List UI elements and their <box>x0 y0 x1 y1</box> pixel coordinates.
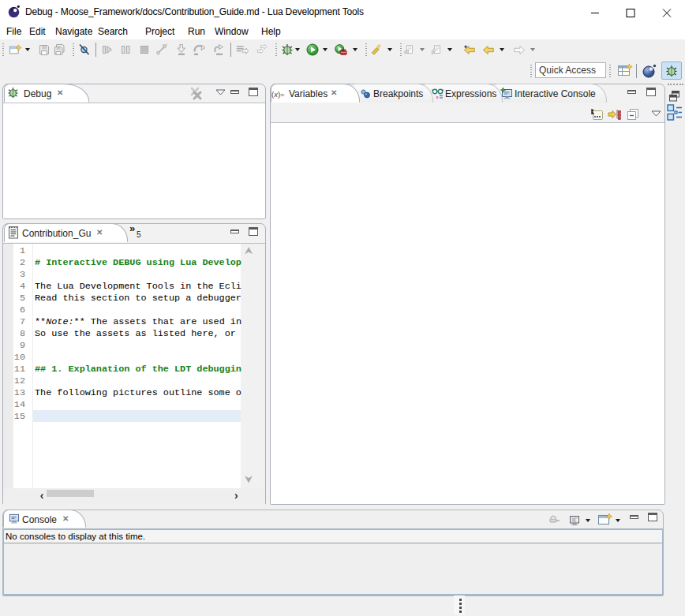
svg-text:x: x <box>436 94 440 100</box>
